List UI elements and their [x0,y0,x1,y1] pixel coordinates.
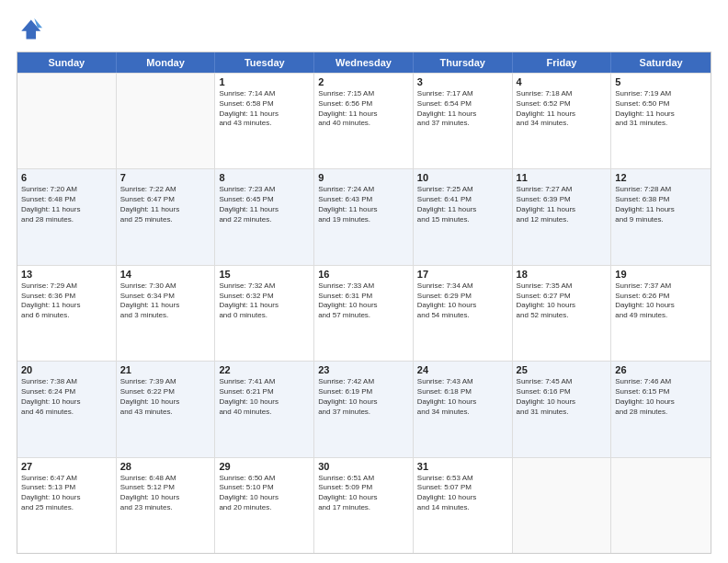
cell-line: and 31 minutes. [517,408,608,418]
day-number: 1 [219,76,310,87]
logo-icon [17,17,42,42]
cell-line: Sunset: 6:36 PM [21,292,112,302]
calendar-cell: 20Sunrise: 7:38 AMSunset: 6:24 PMDayligh… [17,362,117,456]
cell-line: and 6 minutes. [21,311,112,321]
day-number: 24 [417,364,508,375]
calendar-cell: 29Sunrise: 6:50 AMSunset: 5:10 PMDayligh… [215,458,314,553]
day-number: 12 [615,172,707,183]
cell-line: Daylight: 11 hours [219,109,310,120]
calendar-cell: 23Sunrise: 7:42 AMSunset: 6:19 PMDayligh… [314,362,414,456]
cell-line: Sunset: 6:39 PM [517,195,608,205]
cell-line: Daylight: 11 hours [417,205,508,215]
cell-line: Sunset: 6:18 PM [417,387,508,397]
cell-line: and 14 minutes. [417,503,508,513]
day-number: 27 [21,461,112,472]
cell-line: and 31 minutes. [615,119,707,129]
cell-line: Sunrise: 7:35 AM [517,282,608,292]
day-number: 11 [517,172,608,183]
cell-line: Sunset: 6:32 PM [219,292,310,302]
logo [17,17,46,42]
day-number: 29 [219,461,310,472]
calendar-cell [17,74,117,168]
day-number: 16 [318,269,409,280]
day-number: 6 [21,172,112,183]
cell-line: Sunrise: 7:30 AM [120,282,211,292]
day-number: 5 [615,76,707,87]
cell-line: Daylight: 11 hours [21,301,112,311]
calendar-cell: 1Sunrise: 7:14 AMSunset: 6:58 PMDaylight… [215,74,314,168]
day-number: 21 [120,364,211,375]
cell-line: Sunrise: 7:28 AM [615,185,707,195]
weekday-header: Tuesday [215,52,314,73]
header [17,17,711,42]
calendar-cell: 10Sunrise: 7:25 AMSunset: 6:41 PMDayligh… [414,169,513,264]
cell-line: and 43 minutes. [120,408,211,418]
calendar-cell: 25Sunrise: 7:45 AMSunset: 6:16 PMDayligh… [513,362,612,456]
cell-line: Sunset: 6:21 PM [219,387,310,397]
cell-line: Sunset: 6:34 PM [120,292,211,302]
cell-line: Daylight: 10 hours [219,397,310,408]
day-number: 30 [318,461,409,472]
calendar-cell [611,458,711,553]
cell-line: and 37 minutes. [318,408,409,418]
day-number: 20 [21,364,112,375]
cell-line: and 37 minutes. [417,119,508,129]
cell-line: Sunrise: 7:25 AM [417,185,508,195]
day-number: 25 [517,364,608,375]
calendar-cell: 12Sunrise: 7:28 AMSunset: 6:38 PMDayligh… [611,169,711,264]
cell-line: Sunset: 6:26 PM [615,292,707,302]
cell-line: Sunset: 6:48 PM [21,195,112,205]
cell-line: Sunset: 6:58 PM [219,99,310,109]
cell-line: and 43 minutes. [219,119,310,129]
day-number: 18 [517,269,608,280]
cell-line: Daylight: 11 hours [615,205,707,215]
cell-line: Sunset: 5:09 PM [318,483,409,493]
cell-line: Daylight: 10 hours [615,301,707,311]
calendar-cell: 11Sunrise: 7:27 AMSunset: 6:39 PMDayligh… [513,169,612,264]
day-number: 15 [219,269,310,280]
day-number: 17 [417,269,508,280]
cell-line: Sunrise: 7:45 AM [517,377,608,387]
cell-line: Daylight: 10 hours [517,301,608,311]
cell-line: and 49 minutes. [615,311,707,321]
cell-line: Daylight: 10 hours [318,301,409,311]
cell-line: Daylight: 10 hours [21,397,112,408]
cell-line: and 0 minutes. [219,311,310,321]
day-number: 22 [219,364,310,375]
cell-line: and 15 minutes. [417,215,508,225]
cell-line: and 23 minutes. [120,503,211,513]
cell-line: Sunset: 5:10 PM [219,483,310,493]
cell-line: and 25 minutes. [21,503,112,513]
cell-line: Sunrise: 6:48 AM [120,474,211,484]
calendar-cell: 22Sunrise: 7:41 AMSunset: 6:21 PMDayligh… [215,362,314,456]
calendar-cell: 17Sunrise: 7:34 AMSunset: 6:29 PMDayligh… [414,266,513,361]
cell-line: Sunrise: 7:42 AM [318,377,409,387]
calendar-cell: 27Sunrise: 6:47 AMSunset: 5:13 PMDayligh… [17,458,117,553]
calendar-row: 20Sunrise: 7:38 AMSunset: 6:24 PMDayligh… [17,361,711,456]
cell-line: Sunset: 6:45 PM [219,195,310,205]
cell-line: Sunrise: 7:27 AM [517,185,608,195]
calendar-cell: 2Sunrise: 7:15 AMSunset: 6:56 PMDaylight… [314,74,414,168]
calendar-body: 1Sunrise: 7:14 AMSunset: 6:58 PMDaylight… [17,73,711,553]
cell-line: Daylight: 11 hours [517,205,608,215]
cell-line: Daylight: 10 hours [21,493,112,503]
cell-line: Sunrise: 7:39 AM [120,377,211,387]
cell-line: Sunset: 6:16 PM [517,387,608,397]
day-number: 19 [615,269,707,280]
cell-line: Daylight: 11 hours [120,301,211,311]
calendar-cell: 15Sunrise: 7:32 AMSunset: 6:32 PMDayligh… [215,266,314,361]
cell-line: Daylight: 11 hours [318,109,409,120]
cell-line: Daylight: 10 hours [615,397,707,408]
cell-line: and 25 minutes. [120,215,211,225]
calendar-cell: 21Sunrise: 7:39 AMSunset: 6:22 PMDayligh… [117,362,216,456]
cell-line: Sunset: 6:29 PM [417,292,508,302]
cell-line: and 28 minutes. [615,408,707,418]
weekday-header: Friday [513,52,612,73]
cell-line: and 17 minutes. [318,503,409,513]
cell-line: Sunset: 6:50 PM [615,99,707,109]
weekday-header: Wednesday [314,52,414,73]
cell-line: Daylight: 10 hours [219,493,310,503]
cell-line: Sunrise: 7:18 AM [517,89,608,99]
cell-line: Sunrise: 7:34 AM [417,282,508,292]
cell-line: Sunrise: 7:37 AM [615,282,707,292]
